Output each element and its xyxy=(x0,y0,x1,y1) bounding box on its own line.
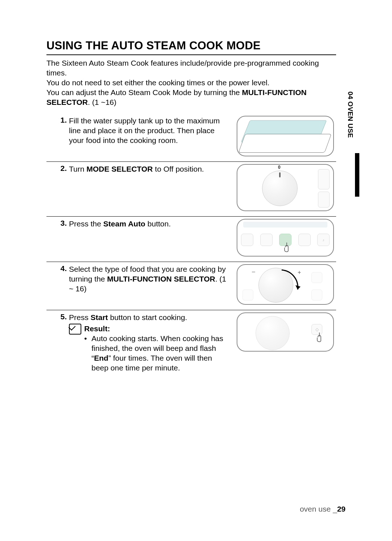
display-strip-icon xyxy=(243,222,327,228)
intro-line3a: You can adjust the Auto Steam Cook Mode … xyxy=(46,88,242,97)
result-bold: End xyxy=(94,354,109,362)
step2-bold: MODE SELECTOR xyxy=(86,165,153,173)
step-text: Press Start button to start cooking. Res… xyxy=(69,312,234,373)
start-button-illustration: ◇ xyxy=(237,312,334,352)
step5-pre: Press xyxy=(69,313,91,321)
step3-post: button. xyxy=(145,220,171,228)
step-illustration: ◇ xyxy=(234,312,336,373)
dial-zero-label: 0 xyxy=(278,165,281,170)
step-illustration xyxy=(234,116,336,156)
mode-selector-dial-icon xyxy=(262,171,298,206)
dial-icon xyxy=(256,316,290,350)
intro-line2: You do not need to set either the cookin… xyxy=(46,78,269,87)
step2-post: to Off position. xyxy=(153,165,204,173)
result-b: ” four times. The oven will then beep on… xyxy=(91,354,212,372)
minus-label: – xyxy=(252,269,255,275)
step-1: 1. Fill the water supply tank up to the … xyxy=(46,114,336,162)
result-row: Result: • Auto cooking starts. When cook… xyxy=(69,324,229,373)
tray-icon xyxy=(238,134,332,153)
step-number: 5. xyxy=(46,312,69,373)
control-button-icon xyxy=(298,234,311,246)
side-button-icon xyxy=(318,169,330,189)
step-number: 1. xyxy=(46,116,69,156)
step4-bold: MULTI-FUNCTION SELECTOR xyxy=(107,275,215,283)
intro-line1: The Sixteen Auto Steam Cook features inc… xyxy=(46,59,319,77)
step3-bold: Steam Auto xyxy=(103,220,146,228)
step-text: Select the type of food that you are coo… xyxy=(69,264,234,305)
page: USING THE AUTO STEAM COOK MODE The Sixte… xyxy=(0,0,392,541)
step-number: 4. xyxy=(46,264,69,305)
result-bullet-text: Auto cooking starts. When cooking has fi… xyxy=(91,333,229,373)
section-tab-label: 04 OVEN USE xyxy=(346,91,354,138)
footer-section: oven use _ xyxy=(300,505,337,513)
control-button-icon xyxy=(241,234,253,246)
page-title: USING THE AUTO STEAM COOK MODE xyxy=(46,39,336,55)
step-4: 4. Select the type of food that you are … xyxy=(46,262,336,310)
ghost-button-icon xyxy=(311,290,322,300)
step2-pre: Turn xyxy=(69,165,86,173)
note-icon xyxy=(69,324,81,335)
result-bullet: • Auto cooking starts. When cooking has … xyxy=(84,333,229,373)
step-number: 3. xyxy=(46,219,69,257)
result-body: Result: • Auto cooking starts. When cook… xyxy=(84,324,229,373)
step-number: 2. xyxy=(46,164,69,211)
step5-post: button to start cooking. xyxy=(108,313,187,321)
page-footer: oven use _29 xyxy=(300,505,346,513)
control-button-icon xyxy=(260,234,273,246)
step-illustration: ♪ xyxy=(234,219,336,257)
result-label: Result: xyxy=(84,324,229,333)
pointing-hand-icon xyxy=(282,242,292,253)
footer-page-number: 29 xyxy=(337,505,346,513)
ghost-button-icon xyxy=(242,290,253,300)
rotate-arrow-icon xyxy=(260,268,303,304)
intro-paragraph: The Sixteen Auto Steam Cook features inc… xyxy=(46,58,336,107)
step-5: 5. Press Start button to start cooking. … xyxy=(46,310,336,378)
step-illustration: – + xyxy=(234,264,336,305)
content-area: USING THE AUTO STEAM COOK MODE The Sixte… xyxy=(46,39,336,378)
step-text: Press the Steam Auto button. xyxy=(69,219,234,257)
section-tab-marker-icon xyxy=(355,153,359,197)
water-tray-illustration xyxy=(237,116,334,156)
step-text: Fill the water supply tank up to the max… xyxy=(69,116,234,156)
step-2: 2. Turn MODE SELECTOR to Off position. 0 xyxy=(46,162,336,217)
steps-list: 1. Fill the water supply tank up to the … xyxy=(46,114,336,378)
side-button-icon xyxy=(318,192,330,208)
pointing-hand-icon xyxy=(314,332,324,343)
multi-function-selector-illustration: – + xyxy=(237,264,334,305)
ghost-button-icon xyxy=(311,272,322,283)
step5-bold: Start xyxy=(91,313,108,321)
bell-button-icon: ♪ xyxy=(317,234,330,246)
mode-selector-off-illustration: 0 xyxy=(237,164,334,211)
step3-pre: Press the xyxy=(69,220,103,228)
intro-line3c: . (1 ~16) xyxy=(88,98,117,106)
bullet-icon: • xyxy=(84,333,91,373)
step-3: 3. Press the Steam Auto button. ♪ xyxy=(46,217,336,262)
step-illustration: 0 xyxy=(234,164,336,211)
step-text: Turn MODE SELECTOR to Off position. xyxy=(69,164,234,211)
steam-auto-button-illustration: ♪ xyxy=(237,219,334,257)
